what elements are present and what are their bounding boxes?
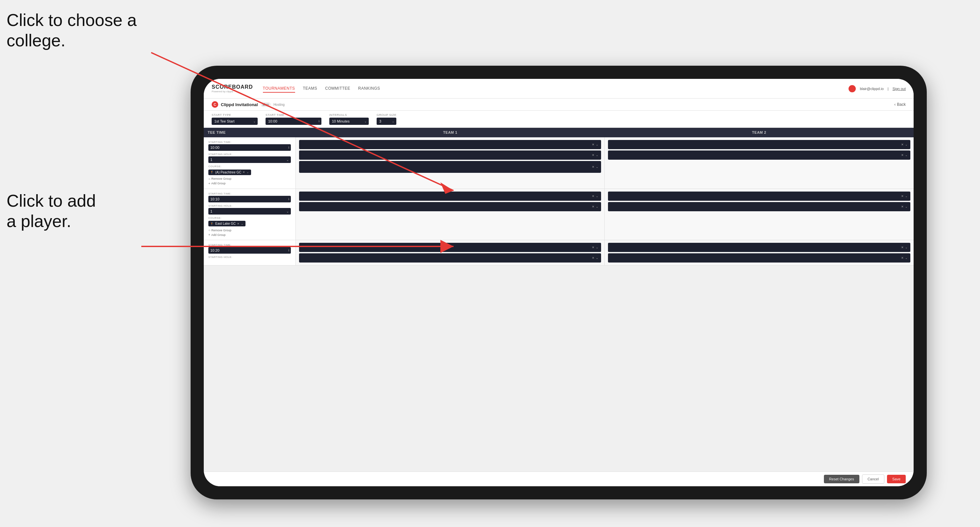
controls-row: Start Type 1st Tee Start Shotgun Start S…	[204, 111, 914, 128]
player-slot-3-1[interactable]: ✕ ⌄	[299, 192, 601, 201]
starting-time-input-1[interactable]	[208, 144, 291, 151]
course-edit-2[interactable]: ⌄	[241, 222, 243, 225]
player-slot-1-1[interactable]: ✕ ⌄	[299, 140, 601, 149]
player-slot-3-2[interactable]: ✕ ⌄	[299, 202, 601, 211]
slot6-x-btn-1[interactable]: ✕	[901, 246, 904, 249]
tournament-name-area: C Clippd Invitational Men Hosting	[212, 101, 285, 108]
slot2-chevron-btn-1[interactable]: ⌄	[905, 143, 908, 146]
slot5-chevron-btn-2[interactable]: ⌄	[596, 256, 598, 260]
start-time-input-wrap	[266, 117, 321, 125]
slot2-x-btn-2[interactable]: ✕	[901, 154, 904, 157]
slot3-x-btn-1[interactable]: ✕	[592, 195, 595, 198]
course-tag-2[interactable]: 🏌 East Lake GC ✕ ⌄	[208, 221, 245, 226]
group-size-group: Group Size 3 4 2	[377, 113, 396, 125]
slot4-chevron-btn-2[interactable]: ⌄	[905, 205, 908, 208]
intervals-select[interactable]: 10 Minutes 8 Minutes 12 Minutes	[329, 117, 369, 125]
starting-time-label-1: STARTING TIME:	[208, 141, 291, 144]
slot-x-btn-1-2[interactable]: ✕	[592, 154, 595, 157]
slot5-chevron-btn-1[interactable]: ⌄	[596, 246, 598, 249]
annotation-choose-college: Click to choose a college.	[6, 10, 137, 51]
tee-left-2: STARTING TIME: ℹ STARTING HOLE: 1 COURSE…	[204, 189, 296, 240]
player-slot-1-2[interactable]: ✕ ⌄	[299, 151, 601, 160]
player-slot-2-1[interactable]: ✕ ⌄	[608, 140, 910, 149]
hole-select-wrap-1: 1	[208, 156, 291, 163]
start-type-select[interactable]: 1st Tee Start Shotgun Start	[212, 117, 258, 125]
team1-cell-1: ✕ ⌄ ✕ ⌄ ✕	[296, 137, 605, 189]
slot-x-btn-1-3[interactable]: ✕	[592, 165, 595, 168]
player-slot-6-1[interactable]: ✕ ⌄	[608, 243, 910, 252]
slot-chevron-btn-1-2[interactable]: ⌄	[596, 154, 598, 157]
slot2-chevron-btn-2[interactable]: ⌄	[905, 154, 908, 157]
remove-group-btn-1[interactable]: ○ Remove Group	[208, 177, 291, 181]
slot4-x-btn-1[interactable]: ✕	[901, 195, 904, 198]
tee-group-3: STARTING TIME: ℹ STARTING HOLE: ✕ ⌄	[204, 240, 914, 265]
sign-out-link[interactable]: Sign out	[892, 87, 906, 90]
starting-time-input-2[interactable]	[208, 196, 291, 202]
player-slot-1-3[interactable]: ✕ ⌄	[299, 161, 601, 173]
save-button[interactable]: Save	[887, 475, 906, 483]
slot3-x-btn-2[interactable]: ✕	[592, 205, 595, 208]
starting-time-label-3: STARTING TIME:	[208, 243, 291, 246]
player-slot-4-1[interactable]: ✕ ⌄	[608, 192, 910, 201]
separator: |	[888, 87, 889, 90]
hosting-badge: Hosting	[274, 103, 285, 106]
slot6-x-btn-2[interactable]: ✕	[901, 256, 904, 260]
nav-tabs: TOURNAMENTS TEAMS COMMITTEE RANKINGS	[263, 85, 849, 93]
slot6-chevron-btn-2[interactable]: ⌄	[905, 256, 908, 260]
annotation-add-player: Click to add a player.	[6, 190, 96, 232]
slot6-chevron-btn-1[interactable]: ⌄	[905, 246, 908, 249]
team2-cell-1: ✕ ⌄ ✕ ⌄	[605, 137, 914, 189]
slot-chevron-btn-1-3[interactable]: ⌄	[596, 165, 598, 168]
slot4-x-btn-2[interactable]: ✕	[901, 205, 904, 208]
player-slot-4-2[interactable]: ✕ ⌄	[608, 202, 910, 211]
player-slot-2-2[interactable]: ✕ ⌄	[608, 151, 910, 160]
tee-left-1: STARTING TIME: ℹ STARTING HOLE: 1 COURSE…	[204, 137, 296, 189]
player-slot-5-1[interactable]: ✕ ⌄	[299, 243, 601, 252]
info-icon-3: ℹ	[288, 249, 289, 252]
player-slot-6-2[interactable]: ✕ ⌄	[608, 253, 910, 262]
course-tag-1[interactable]: 🏌 (A) Peachtree GC ✕ ⌄	[208, 170, 251, 175]
slot2-x-btn-1[interactable]: ✕	[901, 143, 904, 146]
c-logo: C	[212, 101, 218, 108]
remove-group-btn-2[interactable]: ○ Remove Group	[208, 229, 291, 232]
reset-changes-button[interactable]: Reset Changes	[824, 475, 859, 483]
intervals-label: Intervals	[329, 113, 369, 117]
starting-time-input-3[interactable]	[208, 247, 291, 254]
slot3-chevron-btn-1[interactable]: ⌄	[596, 195, 598, 198]
group-size-select[interactable]: 3 4 2	[377, 117, 396, 125]
starting-hole-label-3: STARTING HOLE:	[208, 256, 291, 259]
add-group-btn-2[interactable]: + Add Group	[208, 233, 291, 237]
user-email: blair@clippd.io	[860, 87, 883, 90]
slot3-chevron-btn-2[interactable]: ⌄	[596, 205, 598, 208]
logo-text: SCOREBOARD	[212, 84, 253, 90]
nav-tab-rankings[interactable]: RANKINGS	[358, 85, 380, 93]
nav-tab-tournaments[interactable]: TOURNAMENTS	[263, 85, 295, 93]
tablet: SCOREBOARD Powered by clippd TOURNAMENTS…	[191, 66, 927, 499]
team1-cell-3: ✕ ⌄ ✕ ⌄	[296, 240, 605, 265]
start-type-group: Start Type 1st Tee Start Shotgun Start	[212, 113, 258, 125]
slot5-x-btn-2[interactable]: ✕	[592, 256, 595, 260]
user-avatar	[848, 85, 856, 92]
cancel-button[interactable]: Cancel	[862, 475, 885, 484]
hole-select-2[interactable]: 1	[208, 208, 291, 214]
time-input-wrap-1: ℹ	[208, 144, 291, 151]
back-button[interactable]: ‹ Back	[894, 102, 906, 107]
start-time-input[interactable]	[266, 117, 321, 125]
player-slot-5-2[interactable]: ✕ ⌄	[299, 253, 601, 262]
intervals-group: Intervals 10 Minutes 8 Minutes 12 Minute…	[329, 113, 369, 125]
add-group-btn-1[interactable]: + Add Group	[208, 182, 291, 185]
nav-tab-teams[interactable]: TEAMS	[303, 85, 317, 93]
slot-chevron-btn-1-1[interactable]: ⌄	[596, 143, 598, 146]
slot5-x-btn-1[interactable]: ✕	[592, 246, 595, 249]
hole-select-1[interactable]: 1	[208, 156, 291, 163]
course-remove-1[interactable]: ✕	[243, 170, 245, 174]
course-remove-2[interactable]: ✕	[237, 222, 240, 225]
time-input-wrap-2: ℹ	[208, 196, 291, 202]
table-header: Tee Time Team 1 Team 2	[204, 128, 914, 137]
nav-tab-committee[interactable]: COMMITTEE	[325, 85, 350, 93]
course-edit-1[interactable]: ⌄	[247, 170, 249, 174]
gender-badge: Men	[261, 102, 271, 107]
slot4-chevron-btn-1[interactable]: ⌄	[905, 195, 908, 198]
slot-x-btn-1-1[interactable]: ✕	[592, 143, 595, 146]
team2-cell-3: ✕ ⌄ ✕ ⌄	[605, 240, 914, 265]
